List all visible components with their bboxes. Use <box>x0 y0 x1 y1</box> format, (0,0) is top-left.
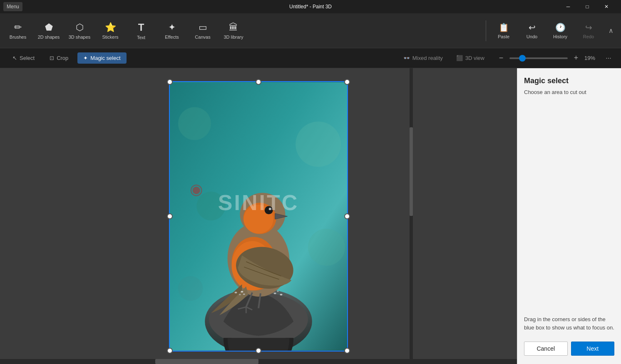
vertical-scrollbar[interactable] <box>410 68 413 364</box>
2dshapes-label: 2D shapes <box>38 35 60 40</box>
history-button[interactable]: 🕐 History <box>548 16 573 46</box>
toolbar-2dshapes[interactable]: ⬟ 2D shapes <box>34 16 63 46</box>
panel-instruction: Drag in the corners or sides of the blue… <box>524 315 614 332</box>
collapse-button[interactable]: ∧ <box>604 24 618 37</box>
select-label: Select <box>20 55 35 61</box>
svg-point-26 <box>274 292 276 294</box>
3dlibrary-label: 3D library <box>224 35 243 40</box>
close-button[interactable]: ✕ <box>597 0 616 13</box>
canvas-area[interactable]: SINITC ◉ <box>0 68 517 364</box>
stickers-icon: ⭐ <box>105 22 116 33</box>
3d-view-icon: ⬛ <box>456 55 463 61</box>
svg-point-25 <box>243 293 245 295</box>
3dlibrary-icon: 🏛 <box>229 22 238 33</box>
3d-view-label: 3D view <box>465 55 484 61</box>
horizontal-scrollbar[interactable] <box>0 359 517 364</box>
more-options-button[interactable]: ··· <box>603 52 614 64</box>
svg-point-2 <box>296 121 341 167</box>
zoom-percent: 19% <box>584 55 599 61</box>
effects-icon: ✦ <box>168 22 176 33</box>
toolbar-stickers[interactable]: ⭐ Stickers <box>96 16 125 46</box>
toolbar-canvas[interactable]: ▭ Canvas <box>188 16 217 46</box>
next-button[interactable]: Next <box>571 342 615 356</box>
canvas-label: Canvas <box>195 35 210 40</box>
zoom-out-button[interactable]: − <box>496 53 506 63</box>
svg-point-14 <box>265 206 273 214</box>
crop-icon: ⊡ <box>50 55 54 61</box>
main-area: SINITC ◉ Magic select <box>0 68 621 364</box>
redo-icon: ↪ <box>585 22 592 32</box>
text-icon: T <box>138 22 144 33</box>
3dshapes-icon: ⬡ <box>76 22 84 33</box>
svg-point-4 <box>308 228 345 265</box>
history-icon: 🕐 <box>555 22 566 32</box>
titlebar: Menu Untitled* - Paint 3D ─ □ ✕ <box>0 0 621 13</box>
menu-button[interactable]: Menu <box>3 2 22 11</box>
toolbar-right: 📋 Paste ↩ Undo 🕐 History ↪ Redo ∧ <box>484 16 618 46</box>
select-button[interactable]: ↖ Select <box>7 52 40 64</box>
redo-button[interactable]: ↪ Redo <box>576 16 601 46</box>
panel-title: Magic select <box>524 77 614 85</box>
text-label: Text <box>137 35 145 40</box>
svg-point-1 <box>178 107 211 140</box>
svg-point-3 <box>196 191 225 220</box>
vertical-scrollbar-thumb[interactable] <box>410 127 413 216</box>
mixed-reality-label: Mixed reality <box>412 55 443 61</box>
magic-select-label: Magic select <box>90 55 120 61</box>
window-controls: ─ □ ✕ <box>559 0 616 13</box>
menu-bar: Menu <box>0 0 22 13</box>
brushes-label: Brushes <box>10 35 26 40</box>
undo-label: Undo <box>527 34 537 39</box>
panel-description: Choose an area to cut out <box>524 89 614 96</box>
toolbar-brushes[interactable]: ✏ Brushes <box>3 16 32 46</box>
panel-buttons: Cancel Next <box>524 342 614 356</box>
history-label: History <box>553 34 567 39</box>
effects-label: Effects <box>165 35 179 40</box>
main-toolbar: ✏ Brushes ⬟ 2D shapes ⬡ 3D shapes ⭐ Stic… <box>0 13 621 48</box>
2dshapes-icon: ⬟ <box>45 22 53 33</box>
toolbar-text[interactable]: T Text <box>127 16 156 46</box>
svg-point-23 <box>239 294 241 295</box>
svg-point-22 <box>235 292 237 293</box>
canvas-icon: ▭ <box>199 22 207 33</box>
toolbar-divider <box>486 20 486 41</box>
crop-label: Crop <box>57 55 68 61</box>
stickers-label: Stickers <box>102 35 118 40</box>
svg-point-24 <box>241 291 243 292</box>
magic-select-button[interactable]: ✦ Magic select <box>77 52 126 64</box>
toolbar-3dlibrary[interactable]: 🏛 3D library <box>219 16 248 46</box>
toolbar-3dshapes[interactable]: ⬡ 3D shapes <box>65 16 94 46</box>
svg-point-28 <box>280 294 283 295</box>
bird-image: SINITC ◉ <box>169 81 348 352</box>
zoom-slider[interactable] <box>509 57 568 59</box>
redo-label: Redo <box>583 34 594 39</box>
maximize-button[interactable]: □ <box>578 0 597 13</box>
horizontal-scrollbar-thumb[interactable] <box>155 359 258 364</box>
mixed-reality-button[interactable]: 👓 Mixed reality <box>398 53 448 63</box>
bird-canvas: SINITC ◉ <box>169 81 348 352</box>
paste-button[interactable]: 📋 Paste <box>491 16 516 46</box>
svg-point-15 <box>269 208 271 210</box>
select-icon: ↖ <box>12 55 17 61</box>
minimize-button[interactable]: ─ <box>559 0 578 13</box>
3dshapes-label: 3D shapes <box>69 35 91 40</box>
cancel-button[interactable]: Cancel <box>524 342 568 356</box>
mixed-reality-icon: 👓 <box>403 55 410 61</box>
undo-icon: ↩ <box>529 22 536 32</box>
undo-button[interactable]: ↩ Undo <box>519 16 544 46</box>
3d-view-button[interactable]: ⬛ 3D view <box>451 53 489 63</box>
magic-select-icon: ✦ <box>83 55 88 61</box>
bird-illustration <box>170 82 347 351</box>
crop-button[interactable]: ⊡ Crop <box>44 52 74 64</box>
selection-toolbar: ↖ Select ⊡ Crop ✦ Magic select 👓 Mixed r… <box>0 48 621 68</box>
brushes-icon: ✏ <box>14 22 22 33</box>
svg-point-27 <box>277 290 279 292</box>
panel-spacer <box>524 103 614 315</box>
paste-icon: 📋 <box>499 22 509 32</box>
toolbar-effects[interactable]: ✦ Effects <box>157 16 186 46</box>
window-title: Untitled* - Paint 3D <box>289 4 332 10</box>
right-panel: Magic select Choose an area to cut out D… <box>517 68 621 364</box>
paste-label: Paste <box>498 34 509 39</box>
svg-point-5 <box>178 276 203 300</box>
zoom-in-button[interactable]: + <box>571 53 581 63</box>
